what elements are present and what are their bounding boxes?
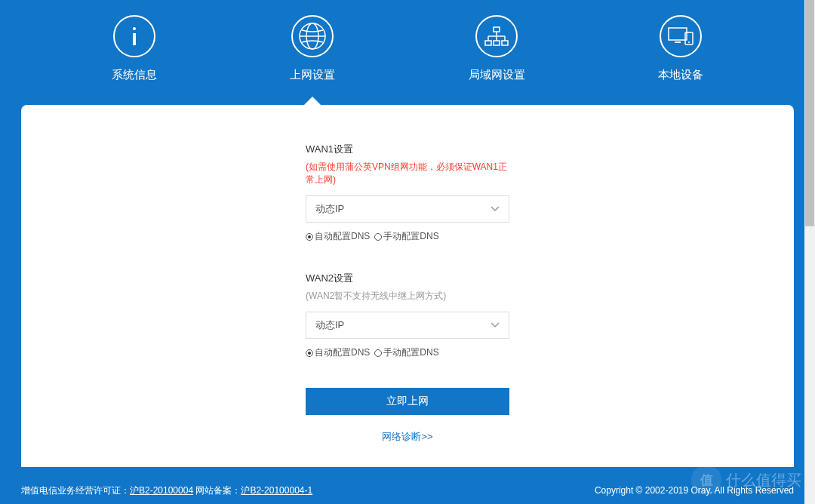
network-icon: [475, 15, 518, 57]
tab-label: 局域网设置: [469, 68, 525, 82]
wan2-dns-radios: 自动配置DNS 手动配置DNS: [306, 346, 509, 359]
chevron-down-icon: [491, 322, 500, 328]
wan1-dns-manual-radio[interactable]: 手动配置DNS: [374, 230, 438, 243]
wan2-note: (WAN2暂不支持无线中继上网方式): [306, 290, 509, 303]
nav-tabs: 系统信息 上网设置 局域网设置 本地设备: [0, 0, 815, 105]
tab-local-devices[interactable]: 本地设备: [658, 15, 703, 105]
settings-panel: WAN1设置 (如需使用蒲公英VPN组网功能，必须保证WAN1正常上网) 动态I…: [21, 105, 794, 467]
wan1-mode-select[interactable]: 动态IP: [306, 195, 509, 223]
radio-on-icon: [306, 233, 313, 241]
svg-rect-5: [494, 27, 500, 32]
footer: 增值电信业务经营许可证：沪B2-20100004 网站备案：沪B2-201000…: [0, 477, 815, 504]
radio-on-icon: [306, 349, 313, 357]
wan1-mode-value: 动态IP: [315, 202, 344, 216]
svg-rect-14: [669, 28, 687, 40]
wan2-mode-select[interactable]: 动态IP: [306, 312, 509, 339]
wan1-dns-auto-radio[interactable]: 自动配置DNS: [306, 230, 370, 243]
devices-icon: [660, 15, 702, 57]
wan1-title: WAN1设置: [306, 143, 509, 156]
chevron-down-icon: [491, 206, 500, 212]
svg-point-0: [133, 27, 136, 30]
license-link-1[interactable]: 沪B2-20100004: [130, 485, 193, 496]
footer-copyright: Copyright © 2002-2019 Oray. All Rights R…: [595, 485, 794, 496]
wan2-section: WAN2设置 (WAN2暂不支持无线中继上网方式) 动态IP 自动配置DNS 手…: [306, 272, 509, 359]
tab-label: 系统信息: [112, 68, 157, 82]
tab-lan-settings[interactable]: 局域网设置: [469, 15, 525, 105]
tab-system-info[interactable]: 系统信息: [112, 15, 157, 105]
wan2-title: WAN2设置: [306, 272, 509, 285]
wan2-mode-value: 动态IP: [315, 318, 344, 332]
radio-off-icon: [374, 349, 382, 357]
tab-label: 本地设备: [658, 68, 703, 82]
scrollbar[interactable]: [804, 0, 815, 504]
svg-point-17: [688, 41, 690, 43]
svg-rect-1: [133, 33, 136, 45]
wan2-dns-manual-radio[interactable]: 手动配置DNS: [374, 346, 438, 359]
info-icon: [113, 15, 155, 57]
scrollbar-thumb[interactable]: [805, 0, 814, 226]
tab-internet-settings[interactable]: 上网设置: [290, 15, 335, 105]
wan2-dns-auto-radio[interactable]: 自动配置DNS: [306, 346, 370, 359]
connect-button[interactable]: 立即上网: [306, 388, 509, 415]
svg-rect-15: [675, 41, 681, 43]
wan1-note: (如需使用蒲公英VPN组网功能，必须保证WAN1正常上网): [306, 161, 509, 186]
license-link-2[interactable]: 沪B2-20100004-1: [241, 485, 312, 496]
wan1-section: WAN1设置 (如需使用蒲公英VPN组网功能，必须保证WAN1正常上网) 动态I…: [306, 143, 509, 243]
svg-rect-7: [494, 41, 500, 45]
tab-label: 上网设置: [290, 68, 335, 82]
wan1-dns-radios: 自动配置DNS 手动配置DNS: [306, 230, 509, 243]
radio-off-icon: [374, 233, 382, 241]
svg-rect-6: [485, 41, 491, 45]
footer-left: 增值电信业务经营许可证：沪B2-20100004 网站备案：沪B2-201000…: [21, 484, 312, 497]
svg-rect-8: [502, 41, 508, 45]
globe-icon: [291, 15, 334, 57]
network-diagnosis-link[interactable]: 网络诊断>>: [306, 430, 509, 444]
